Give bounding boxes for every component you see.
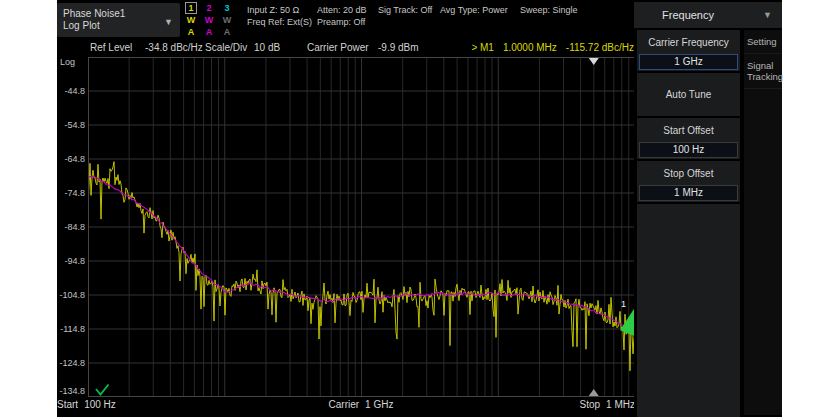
y-tick-label: -64.8: [57, 154, 85, 164]
measurement-mode-line2: Log Plot: [63, 20, 174, 32]
trace-3-flag: A: [224, 26, 231, 38]
settings-row: Ref Level -34.8 dBc/Hz Scale/Div 10 dB C…: [57, 40, 634, 57]
x-axis-start: Start100 Hz: [57, 399, 116, 410]
y-tick-label: -84.8: [57, 222, 85, 232]
scale-div-label: Scale/Div: [205, 42, 247, 53]
phase-noise-plot[interactable]: 1: [88, 57, 635, 397]
bottom-position-marker: [589, 389, 599, 396]
trace-1-flag: 1: [185, 2, 196, 14]
chevron-down-icon: ▼: [164, 16, 173, 28]
menu-value-start-offset[interactable]: 100 Hz: [639, 142, 738, 158]
menu-value-stop-offset[interactable]: 1 MHz: [639, 185, 738, 201]
y-tick-label: -104.8: [57, 290, 85, 300]
menu-panel-background: [637, 204, 740, 417]
scale-div-value: 10 dB: [254, 42, 280, 53]
info-column-3: Sig Track: Off: [378, 4, 432, 16]
tab-setting[interactable]: Setting: [744, 30, 782, 54]
y-tick-label: -94.8: [57, 256, 85, 266]
menu-button-carrier-frequency[interactable]: Carrier Frequency1 GHz: [637, 30, 740, 71]
info-column-4: Avg Type: Power: [440, 4, 508, 16]
marker-m1-number: 1: [621, 299, 626, 309]
screenshot-page: Phase Noise1 Log Plot ▼ 1WA2WA3WA Input …: [0, 0, 840, 420]
y-tick-label: -114.8: [57, 324, 85, 334]
chevron-down-icon: ▼: [763, 10, 772, 20]
menu-button-label: Start Offset: [637, 118, 740, 136]
menu-button-column: Carrier Frequency1 GHzAuto TuneStart Off…: [637, 30, 740, 419]
frequency-menu-panel: Frequency ▼ Carrier Frequency1 GHzAuto T…: [634, 0, 782, 417]
info-column-5: Sweep: Single: [520, 4, 578, 16]
panel-header-dropdown[interactable]: Frequency ▼: [634, 2, 782, 28]
info-column-2: Atten: 20 dBPreamp: Off: [317, 4, 367, 28]
y-tick-label: -54.8: [57, 120, 85, 130]
y-tick-label: -124.8: [57, 358, 85, 368]
y-tick-label: -44.8: [57, 86, 85, 96]
trace-2-flag: W: [205, 14, 214, 26]
menu-value-carrier-frequency[interactable]: 1 GHz: [639, 54, 738, 70]
info-column-1: Input Z: 50 ΩFreq Ref: Ext(S): [247, 4, 312, 28]
menu-button-label: Carrier Frequency: [637, 30, 740, 48]
x-axis-row: Start100 Hz Carrier1 GHz Stop1 MHz: [57, 399, 635, 415]
status-check-icon: [96, 385, 109, 395]
menu-button-start-offset[interactable]: Start Offset100 Hz: [637, 118, 740, 159]
trace-3-flag: 3: [224, 2, 229, 14]
measurement-area: Phase Noise1 Log Plot ▼ 1WA2WA3WA Input …: [57, 0, 634, 417]
ref-level-value: -34.8 dBc/Hz: [145, 42, 203, 53]
trace-2-flag: A: [206, 26, 213, 38]
trace-indicator-3[interactable]: 3WA: [220, 2, 234, 38]
marker-readout-freq: 1.0000 MHz: [503, 42, 557, 53]
marker-readout: > M11.0000 MHz-115.72 dBc/Hz: [462, 42, 634, 53]
marker-readout-id: > M1: [471, 42, 494, 53]
panel-title: Frequency: [662, 9, 714, 21]
tab-signal-tracking[interactable]: Signal Tracking: [744, 54, 782, 89]
menu-tabs-column: SettingSignal Tracking: [744, 30, 782, 415]
y-tick-label: -134.8: [57, 386, 85, 396]
trace-1-flag: W: [187, 14, 196, 26]
menu-button-label: Stop Offset: [637, 161, 740, 179]
menu-button-label: Auto Tune: [637, 73, 740, 116]
carrier-power-value: -9.9 dBm: [378, 42, 419, 53]
marker-m1-flag[interactable]: [620, 307, 635, 336]
trace-3-flag: W: [223, 14, 232, 26]
x-axis-stop: Stop1 MHz: [580, 399, 635, 410]
trace-indicators: 1WA2WA3WA: [184, 2, 234, 38]
menu-button-stop-offset[interactable]: Stop Offset1 MHz: [637, 161, 740, 202]
trace-indicator-2[interactable]: 2WA: [202, 2, 216, 38]
ref-level-label: Ref Level: [90, 42, 132, 53]
trace-indicator-1[interactable]: 1WA: [184, 2, 198, 38]
marker-readout-value: -115.72 dBc/Hz: [566, 42, 634, 53]
menu-button-auto-tune[interactable]: Auto Tune: [637, 73, 740, 116]
x-axis-carrier: Carrier1 GHz: [329, 399, 394, 410]
measurement-mode-selector[interactable]: Phase Noise1 Log Plot ▼: [57, 3, 180, 37]
phase-noise-analyzer-app: Phase Noise1 Log Plot ▼ 1WA2WA3WA Input …: [57, 0, 782, 417]
y-axis-scale-type: Log: [60, 57, 75, 67]
y-tick-label: -74.8: [57, 188, 85, 198]
carrier-power-label: Carrier Power: [307, 42, 369, 53]
trace-1-flag: A: [188, 26, 195, 38]
trace-2-flag: 2: [206, 2, 211, 14]
measurement-mode-line1: Phase Noise1: [63, 8, 174, 20]
top-position-marker: [589, 58, 599, 65]
